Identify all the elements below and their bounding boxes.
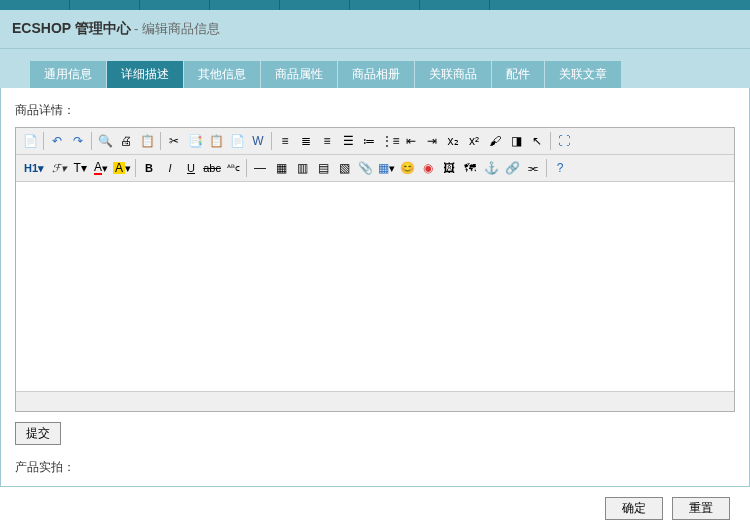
hr-icon[interactable]: — [250,158,270,178]
separator [135,159,136,177]
fullscreen-icon[interactable]: ⛶ [554,131,574,151]
tab-gallery[interactable]: 商品相册 [338,61,415,88]
eraser-icon[interactable]: ◨ [506,131,526,151]
tab-articles[interactable]: 关联文章 [545,61,622,88]
copy-icon[interactable]: 📑 [185,131,205,151]
align-justify-icon[interactable]: ☰ [338,131,358,151]
separator [160,132,161,150]
heading-dropdown[interactable]: H1▾ [20,158,48,178]
editor-footer [16,391,734,411]
topbar-item [350,0,420,10]
topbar-item [70,0,140,10]
unlink-icon[interactable]: ⫘ [523,158,543,178]
ok-button[interactable]: 确定 [605,497,663,520]
select-icon[interactable]: ↖ [527,131,547,151]
tab-attributes[interactable]: 商品属性 [261,61,338,88]
undo-icon[interactable]: ↶ [47,131,67,151]
separator [43,132,44,150]
flash-icon[interactable]: ◉ [418,158,438,178]
paste-word-icon[interactable]: W [248,131,268,151]
link-icon[interactable]: 🔗 [502,158,522,178]
form-actions: 确定 重置 [0,497,750,521]
help-icon[interactable]: ? [550,158,570,178]
tab-general[interactable]: 通用信息 [30,61,107,88]
table-icon[interactable]: ▦▾ [376,158,396,178]
map-icon[interactable]: 🗺 [460,158,480,178]
align-center-icon[interactable]: ≣ [296,131,316,151]
page-header: ECSHOP 管理中心 - 编辑商品信息 [0,10,750,49]
submit-button[interactable]: 提交 [15,422,61,445]
topbar-item [140,0,210,10]
separator [246,159,247,177]
app-title: ECSHOP 管理中心 [12,20,131,36]
font-size-dropdown[interactable]: T▾ [70,158,90,178]
top-menu-bar [0,0,750,10]
photo-label: 产品实拍： [15,459,735,476]
superscript-icon[interactable]: x² [464,131,484,151]
italic-icon[interactable]: I [160,158,180,178]
separator [91,132,92,150]
page-subtitle: - 编辑商品信息 [134,21,220,36]
table-delete-icon[interactable]: ▤ [313,158,333,178]
table-edit-icon[interactable]: ▥ [292,158,312,178]
align-left-icon[interactable]: ≡ [275,131,295,151]
ordered-list-icon[interactable]: ≔ [359,131,379,151]
paste-text-icon[interactable]: 📄 [227,131,247,151]
outdent-icon[interactable]: ⇤ [401,131,421,151]
preview-icon[interactable]: 🔍 [95,131,115,151]
editor-toolbar-row2: H1▾ ℱ▾ T▾ A▾ A▾ B I U abc ᴬᴮᴄ — ▦ ▥ ▤ ▧ … [16,155,734,181]
format-brush-icon[interactable]: 🖌 [485,131,505,151]
strikethrough-icon[interactable]: abc [202,158,222,178]
separator [546,159,547,177]
font-color-icon[interactable]: A▾ [91,158,111,178]
table-insert-icon[interactable]: ▦ [271,158,291,178]
redo-icon[interactable]: ↷ [68,131,88,151]
table-props-icon[interactable]: ▧ [334,158,354,178]
indent-icon[interactable]: ⇥ [422,131,442,151]
template-icon[interactable]: 📋 [137,131,157,151]
attachment-icon[interactable]: 📎 [355,158,375,178]
subscript-icon[interactable]: x₂ [443,131,463,151]
underline-icon[interactable]: U [181,158,201,178]
bold-icon[interactable]: B [139,158,159,178]
editor-textarea[interactable] [16,181,734,391]
tab-bar: 通用信息 详细描述 其他信息 商品属性 商品相册 关联商品 配件 关联文章 [0,49,750,88]
unordered-list-icon[interactable]: ⋮≡ [380,131,400,151]
topbar-item [210,0,280,10]
spellcheck-icon[interactable]: ᴬᴮᴄ [223,158,243,178]
paste-icon[interactable]: 📋 [206,131,226,151]
editor-toolbar-row1: 📄 ↶ ↷ 🔍 🖨 📋 ✂ 📑 📋 📄 W ≡ ≣ ≡ ☰ ≔ ⋮≡ ⇤ ⇥ x… [16,128,734,155]
image-icon[interactable]: 🖼 [439,158,459,178]
anchor-icon[interactable]: ⚓ [481,158,501,178]
print-icon[interactable]: 🖨 [116,131,136,151]
topbar-item [0,0,70,10]
reset-button[interactable]: 重置 [672,497,730,520]
content-panel: 商品详情： 📄 ↶ ↷ 🔍 🖨 📋 ✂ 📑 📋 📄 W ≡ ≣ ≡ ☰ ≔ ⋮≡… [0,88,750,487]
rich-text-editor: 📄 ↶ ↷ 🔍 🖨 📋 ✂ 📑 📋 📄 W ≡ ≣ ≡ ☰ ≔ ⋮≡ ⇤ ⇥ x… [15,127,735,412]
bg-color-icon[interactable]: A▾ [112,158,132,178]
detail-label: 商品详情： [15,102,735,119]
separator [271,132,272,150]
source-icon[interactable]: 📄 [20,131,40,151]
topbar-item [420,0,490,10]
tab-detail[interactable]: 详细描述 [107,61,184,88]
align-right-icon[interactable]: ≡ [317,131,337,151]
tab-accessories[interactable]: 配件 [492,61,545,88]
tab-other[interactable]: 其他信息 [184,61,261,88]
tab-related[interactable]: 关联商品 [415,61,492,88]
separator [550,132,551,150]
cut-icon[interactable]: ✂ [164,131,184,151]
font-family-dropdown[interactable]: ℱ▾ [49,158,69,178]
topbar-item [280,0,350,10]
emoji-icon[interactable]: 😊 [397,158,417,178]
